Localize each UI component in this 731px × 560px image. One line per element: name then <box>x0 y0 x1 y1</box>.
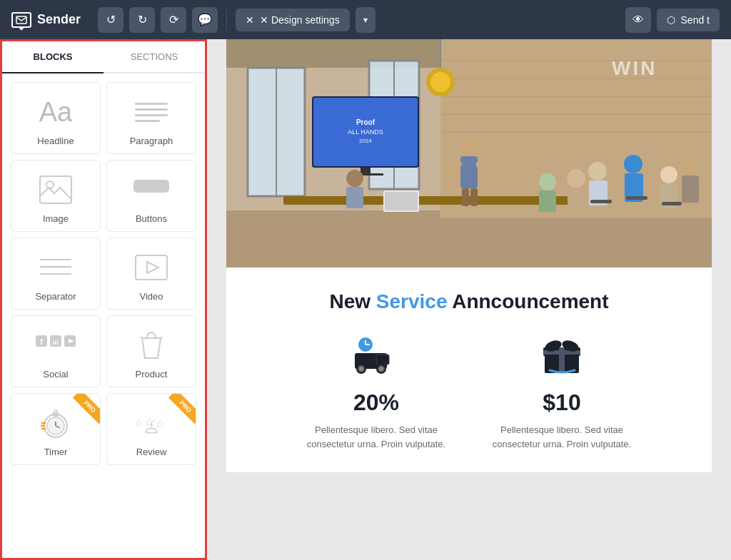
svg-point-62 <box>346 170 363 187</box>
tab-sections[interactable]: SECTIONS <box>104 41 205 73</box>
main-layout: BLOCKS SECTIONS Aa Headline <box>0 39 731 560</box>
block-buttons[interactable]: Buttons <box>106 160 196 232</box>
feature-1-desc: Pellentesque libero. Sed vitae consectet… <box>305 423 448 451</box>
block-video[interactable]: Video <box>106 238 196 310</box>
feature-1-value: 20% <box>353 390 399 416</box>
svg-text:2024: 2024 <box>359 138 372 144</box>
image-label: Image <box>43 213 69 224</box>
svg-text:Proof: Proof <box>356 118 375 126</box>
svg-point-68 <box>660 166 677 183</box>
product-icon <box>130 327 173 363</box>
separator-icon <box>34 250 77 285</box>
preview-icon: 👁 <box>632 14 644 26</box>
image-icon <box>34 172 77 208</box>
hero-image: WIN Proof ALL HANDS 2024 <box>226 39 712 268</box>
block-separator[interactable]: Separator <box>11 238 101 310</box>
feature-item-1: 20% Pellentesque libero. Sed vitae conse… <box>305 336 448 451</box>
svg-point-74 <box>567 169 585 188</box>
review-label: Review <box>136 447 167 457</box>
comment-button[interactable]: 💬 <box>192 7 218 33</box>
history-button[interactable]: ⟳ <box>161 7 186 33</box>
announcement-title-part2: Anncouncement <box>447 290 608 312</box>
design-settings-label: ✕ Design settings <box>260 14 340 26</box>
svg-text:ALL HANDS: ALL HANDS <box>348 128 383 136</box>
preview-button[interactable]: 👁 <box>625 7 651 33</box>
svg-text:in: in <box>53 339 59 346</box>
tab-blocks[interactable]: BLOCKS <box>2 41 104 73</box>
features-row: 20% Pellentesque libero. Sed vitae conse… <box>255 336 683 451</box>
svg-point-72 <box>539 173 556 190</box>
block-product[interactable]: Product <box>106 315 196 387</box>
svg-rect-78 <box>662 202 682 205</box>
email-body: New Service Anncouncement <box>226 268 712 472</box>
app-logo: Sender <box>11 12 81 28</box>
announcement-title-highlight: Service <box>376 290 448 312</box>
svg-rect-75 <box>568 188 586 210</box>
logo-icon <box>11 12 31 28</box>
design-settings-dropdown-button[interactable]: ▾ <box>356 7 375 33</box>
blocks-grid: Aa Headline Paragraph <box>2 73 205 474</box>
block-timer[interactable]: Timer <box>11 393 101 465</box>
svg-rect-61 <box>470 188 478 206</box>
sidebar: BLOCKS SECTIONS Aa Headline <box>0 39 207 560</box>
svg-rect-73 <box>539 190 556 212</box>
svg-marker-9 <box>147 262 158 273</box>
feature-item-2: $10 Pellentesque libero. Sed vitae conse… <box>490 336 633 451</box>
review-pro-ribbon <box>156 394 196 433</box>
paragraph-icon <box>130 94 173 130</box>
redo-icon: ↻ <box>138 13 147 26</box>
undo-button[interactable]: ↺ <box>98 7 123 33</box>
block-paragraph[interactable]: Paragraph <box>106 82 196 154</box>
svg-point-66 <box>624 155 642 173</box>
delivery-icon <box>351 336 401 382</box>
svg-point-64 <box>588 162 607 180</box>
redo-button[interactable]: ↻ <box>129 7 155 33</box>
headline-icon: Aa <box>34 94 77 130</box>
svg-rect-4 <box>134 180 168 192</box>
video-label: Video <box>139 291 163 302</box>
svg-rect-71 <box>682 175 699 203</box>
svg-text:☆: ☆ <box>144 415 156 429</box>
comment-icon: 💬 <box>198 13 212 26</box>
svg-rect-0 <box>16 16 26 24</box>
buttons-icon <box>130 172 173 208</box>
svg-rect-60 <box>462 188 469 206</box>
send-button[interactable]: ⬡ Send t <box>657 9 720 31</box>
video-icon <box>130 250 173 285</box>
svg-point-70 <box>682 160 698 175</box>
svg-rect-31 <box>226 210 712 268</box>
svg-rect-76 <box>590 200 612 203</box>
announcement-title-part1: New <box>329 290 375 312</box>
send-label: Send t <box>681 14 710 26</box>
svg-rect-85 <box>376 355 389 365</box>
toolbar: Sender ↺ ↻ ⟳ 💬 ✕ ✕ Design settings ▾ 👁 ⬡… <box>0 0 731 39</box>
app-name: Sender <box>37 12 81 27</box>
send-icon: ⬡ <box>667 14 675 26</box>
svg-rect-57 <box>460 156 478 188</box>
svg-rect-50 <box>361 168 370 173</box>
announcement-title: New Service Anncouncement <box>255 289 683 315</box>
separator-label: Separator <box>35 291 76 302</box>
svg-rect-77 <box>626 196 647 200</box>
block-headline[interactable]: Aa Headline <box>11 82 101 154</box>
svg-rect-80 <box>385 192 418 210</box>
feature-2-value: $10 <box>543 390 580 416</box>
history-icon: ⟳ <box>169 13 178 26</box>
feature-2-desc: Pellentesque libero. Sed vitae consectet… <box>490 423 633 451</box>
svg-text:WIN: WIN <box>612 57 657 79</box>
svg-text:f: f <box>40 337 43 346</box>
svg-point-2 <box>46 181 54 188</box>
sidebar-tabs: BLOCKS SECTIONS <box>2 41 205 73</box>
social-label: Social <box>43 369 68 380</box>
design-settings-button[interactable]: ✕ ✕ Design settings <box>236 9 350 31</box>
svg-point-87 <box>359 367 363 371</box>
block-social[interactable]: f in Social <box>11 315 101 387</box>
svg-rect-52 <box>283 196 569 205</box>
block-image[interactable]: Image <box>11 160 101 232</box>
undo-icon: ↺ <box>106 13 116 26</box>
chevron-down-icon: ▾ <box>363 15 368 25</box>
toolbar-divider-1 <box>226 9 227 31</box>
headline-label: Headline <box>37 136 74 146</box>
gift-icon <box>539 336 585 382</box>
block-review[interactable]: ☆ ☆ ☆ Review <box>106 393 196 465</box>
